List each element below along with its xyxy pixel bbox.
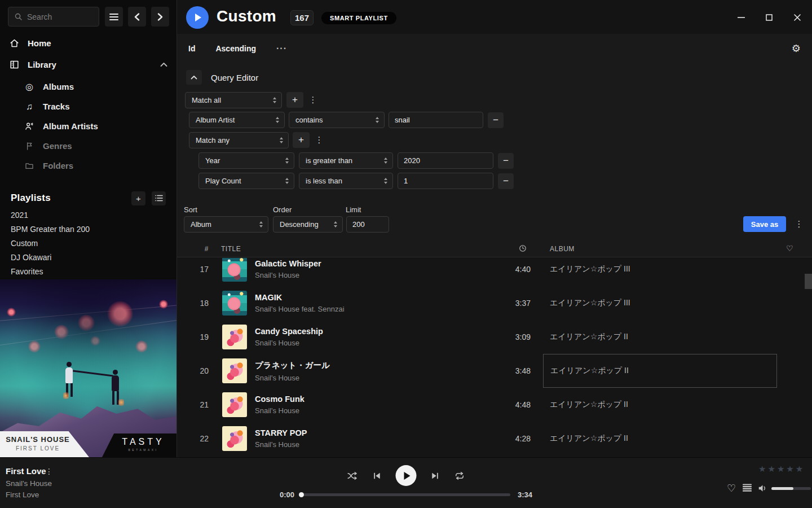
playlist-item[interactable]: Favorites	[0, 264, 176, 278]
sidebar-item-tracks[interactable]: ♫ Tracks	[0, 97, 176, 116]
rule-field-select[interactable]: Album Artist	[189, 112, 285, 128]
table-row[interactable]: 21 Cosmo FunkSnail's House 4:48 エイリアン☆ポッ…	[177, 388, 812, 422]
add-rule-button[interactable]: +	[293, 132, 310, 148]
rule-value-input[interactable]	[389, 112, 483, 128]
previous-track-icon[interactable]	[372, 471, 382, 481]
seek-bar[interactable]	[302, 493, 510, 496]
playlist-list-icon[interactable]	[152, 191, 166, 205]
volume-slider[interactable]	[771, 487, 811, 490]
group-menu-icon[interactable]: ⋮	[314, 132, 324, 148]
rule-operator-select[interactable]: is less than	[299, 173, 393, 189]
remove-rule-button[interactable]: −	[498, 173, 514, 189]
playlist-item[interactable]: 2021	[0, 208, 176, 222]
rule-operator-select[interactable]: contains	[289, 112, 385, 128]
save-as-button[interactable]: Save as	[743, 216, 786, 232]
star-icon[interactable]: ★	[758, 464, 766, 474]
queue-icon[interactable]	[743, 484, 752, 492]
rule-field-select[interactable]: Year	[198, 152, 294, 169]
rating-stars: ★ ★ ★ ★ ★	[758, 464, 803, 474]
table-row[interactable]: 18 MAGIKSnail's House feat. Sennzai 3:37…	[177, 286, 812, 320]
scrollbar-thumb[interactable]	[805, 274, 812, 289]
rule-operator-select[interactable]: is greater than	[299, 152, 393, 169]
sidebar-item-genres[interactable]: Genres	[0, 136, 176, 156]
close-button[interactable]	[789, 10, 805, 25]
match-mode-select[interactable]: Match any	[189, 132, 289, 148]
sidebar-item-albums[interactable]: ◎ Albums	[0, 77, 176, 97]
remove-rule-button[interactable]: −	[488, 112, 504, 128]
track-duration: 4:40	[493, 265, 531, 274]
nav-forward-button[interactable]	[151, 7, 169, 27]
album-artist-text: SNAIL'S HOUSE	[5, 435, 71, 444]
clock-icon[interactable]	[519, 244, 527, 252]
table-row-selected[interactable]: 20 プラネット・ガールSnail's House 3:48 エイリアン☆ポップ…	[177, 354, 812, 388]
remove-rule-button[interactable]: −	[498, 153, 514, 169]
sort-select[interactable]: Album	[184, 216, 268, 233]
nav-back-button[interactable]	[128, 7, 146, 27]
column-index[interactable]: #	[177, 245, 209, 253]
select-arrows-icon	[384, 157, 387, 164]
column-title[interactable]: TITLE	[221, 245, 241, 253]
track-album: エイリアン☆ポップ II	[543, 422, 777, 456]
playlists-header: Playlists +	[0, 190, 176, 206]
search-box[interactable]	[8, 7, 99, 27]
more-columns-button[interactable]: ···	[276, 43, 287, 54]
star-icon[interactable]: ★	[777, 464, 784, 474]
column-album[interactable]: ALBUM	[550, 245, 575, 253]
smart-playlist-badge: SMART PLAYLIST	[321, 12, 396, 24]
next-track-icon[interactable]	[430, 471, 440, 481]
sidebar-item-folders[interactable]: Folders	[0, 156, 176, 176]
order-select[interactable]: Descending	[273, 216, 343, 233]
table-row[interactable]: 17 Galactic WhisperSnail's House 4:40 エイ…	[177, 258, 812, 286]
save-menu-icon[interactable]: ⋮	[794, 216, 804, 232]
sort-field-button[interactable]: Id	[188, 44, 195, 53]
sidebar-item-home[interactable]: Home	[0, 35, 176, 51]
track-menu-icon[interactable]: ⋮	[45, 467, 53, 476]
select-arrows-icon	[259, 221, 263, 227]
group-menu-icon[interactable]: ⋮	[308, 92, 318, 108]
add-playlist-button[interactable]: +	[131, 191, 145, 205]
favorite-heart-icon[interactable]: ♡	[727, 482, 736, 494]
heart-column-icon[interactable]: ♡	[786, 244, 793, 253]
rule-value-input[interactable]	[398, 173, 493, 189]
table-row[interactable]: 22 STARRY POPSnail's House 4:28 エイリアン☆ポッ…	[177, 422, 812, 456]
playlist-item[interactable]: DJ Okawari	[0, 250, 176, 264]
track-number: 17	[177, 265, 209, 274]
minimize-button[interactable]	[733, 10, 749, 25]
table-header: # TITLE ALBUM ♡	[177, 241, 812, 257]
track-album-focused-cell[interactable]: エイリアン☆ポップ II	[543, 354, 777, 388]
collapse-query-editor-button[interactable]	[186, 70, 202, 85]
star-icon[interactable]: ★	[767, 464, 775, 474]
gear-icon[interactable]: ⚙	[792, 42, 801, 55]
add-rule-button[interactable]: +	[286, 92, 303, 108]
play-icon	[195, 14, 201, 21]
maximize-button[interactable]	[761, 10, 777, 25]
playlist-item[interactable]: Custom	[0, 236, 176, 250]
rule-value-input[interactable]	[398, 152, 493, 169]
table-row[interactable]: 19 Candy SpaceshipSnail's House 3:09 エイリ…	[177, 320, 812, 354]
chevron-up-icon[interactable]	[160, 62, 167, 67]
star-icon[interactable]: ★	[796, 464, 803, 474]
rule-field-select[interactable]: Play Count	[198, 173, 294, 189]
track-list: 17 Galactic WhisperSnail's House 4:40 エイ…	[177, 258, 812, 457]
track-artist: Snail's House	[255, 271, 321, 279]
track-title: Candy Spaceship	[255, 327, 323, 336]
limit-input[interactable]	[346, 216, 389, 233]
volume-icon[interactable]	[757, 483, 768, 493]
sidebar-item-library[interactable]: Library	[0, 56, 176, 72]
repeat-icon[interactable]	[454, 470, 466, 481]
sidebar-item-album-artists[interactable]: Album Artists	[0, 116, 176, 136]
album-art-thumbnail	[222, 258, 247, 282]
shuffle-icon[interactable]	[347, 470, 359, 481]
search-input[interactable]	[27, 12, 89, 21]
sort-direction-button[interactable]: Ascending	[215, 44, 256, 53]
play-button[interactable]	[396, 465, 417, 486]
hamburger-icon	[109, 13, 118, 21]
seek-thumb[interactable]	[299, 492, 304, 497]
menu-button[interactable]	[105, 7, 123, 27]
playlist-item[interactable]: BPM Greater than 200	[0, 222, 176, 236]
album-art-thumbnail	[222, 392, 247, 417]
star-icon[interactable]: ★	[786, 464, 793, 474]
now-playing-album: First Love	[6, 491, 39, 499]
play-playlist-button[interactable]	[186, 6, 209, 29]
match-mode-select[interactable]: Match all	[185, 92, 282, 108]
